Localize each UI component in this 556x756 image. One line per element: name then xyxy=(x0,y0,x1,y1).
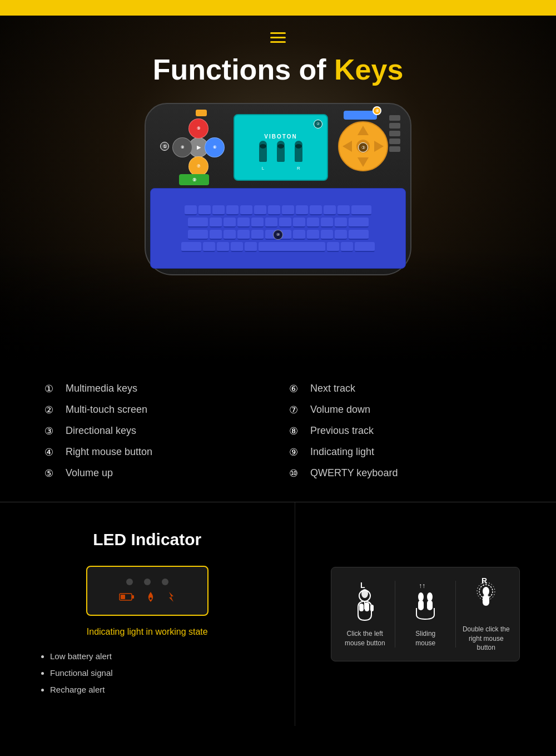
svg-point-18 xyxy=(418,592,424,601)
key-shift-left xyxy=(181,242,201,252)
num-badge-1: ① xyxy=(160,142,169,151)
signal-icon xyxy=(146,591,156,603)
key-minus xyxy=(337,205,350,215)
func-item-6: ⑥ Next track xyxy=(289,383,512,395)
key-p xyxy=(335,218,347,228)
vol-up-button: ⑤ xyxy=(188,118,209,139)
key-alt xyxy=(341,242,353,252)
svg-rect-8 xyxy=(121,595,125,599)
func-label-3: Directional keys xyxy=(66,425,136,437)
charge-icon xyxy=(167,591,176,603)
hamburger-menu[interactable] xyxy=(270,32,286,43)
key-semicolon xyxy=(335,230,347,240)
functions-left: ① Multimedia keys ② Multi-touch screen ③… xyxy=(44,383,267,480)
functions-right: ⑥ Next track ⑦ Volume down ⑧ Previous tr… xyxy=(289,383,512,480)
svg-rect-13 xyxy=(359,604,364,611)
func-item-1: ① Multimedia keys xyxy=(44,383,267,395)
func-item-4: ④ Right mouse button xyxy=(44,446,267,458)
multimedia-cluster: ① ▶ ⑤ ⑥ ⑦ xyxy=(168,114,229,181)
indicating-light-button: ⑨ xyxy=(179,174,209,185)
finger-icons: L R xyxy=(259,144,302,162)
prev-track-button: ⑧ xyxy=(172,137,192,157)
func-item-7: ⑦ Volume down xyxy=(289,404,512,416)
key-o xyxy=(321,218,333,228)
led-item-3: Recharge alert xyxy=(50,681,261,698)
key-backspace xyxy=(351,205,371,215)
key-tab xyxy=(188,218,208,228)
func-label-1: Multimedia keys xyxy=(66,383,137,394)
brand-label: VIBOTON xyxy=(264,134,297,140)
led-item-2: Functional signal xyxy=(50,665,261,681)
gesture-right-click: R Double click theright mouse button xyxy=(461,576,510,653)
key-w xyxy=(224,218,236,228)
key-9 xyxy=(310,205,322,215)
svg-point-9 xyxy=(150,597,152,600)
key-7 xyxy=(282,205,294,215)
func-label-5: Volume up xyxy=(66,467,113,479)
directional-cluster: ③ xyxy=(338,121,388,174)
gesture-div-1 xyxy=(395,581,395,648)
key-1 xyxy=(198,205,211,215)
right-click-icon: R xyxy=(466,576,505,620)
func-item-2: ② Multi-touch screen xyxy=(44,404,267,416)
led-section: LED Indicator xyxy=(0,502,295,726)
func-num-2: ② xyxy=(44,404,60,416)
svg-text:R: R xyxy=(481,576,487,585)
led-indicator-box xyxy=(86,566,209,616)
key-6 xyxy=(268,205,280,215)
qwerty-keyboard: ⑩ xyxy=(150,188,406,269)
key-a xyxy=(210,230,222,240)
led-title: LED Indicator xyxy=(33,530,261,549)
func-label-7: Volume down xyxy=(310,404,370,416)
hero-section: Functions of Keys ④ xyxy=(0,16,556,360)
key-shift-right xyxy=(355,242,375,252)
vol-down-button: ⑦ xyxy=(188,156,209,176)
key-0 xyxy=(324,205,336,215)
func-num-3: ③ xyxy=(44,425,60,437)
led-dot-1 xyxy=(126,579,133,585)
key-3 xyxy=(226,205,239,215)
func-label-9: Indicating light xyxy=(310,446,374,458)
key-2 xyxy=(212,205,225,215)
func-label-4: Right mouse button xyxy=(66,446,152,458)
key-e xyxy=(237,218,250,228)
slide-icon: ↑↑ xyxy=(406,580,445,625)
led-dot-2 xyxy=(144,579,151,585)
svg-rect-15 xyxy=(370,605,374,611)
func-num-5: ⑤ xyxy=(44,467,60,480)
svg-text:↑↑: ↑↑ xyxy=(419,582,425,590)
func-num-6: ⑥ xyxy=(289,383,305,395)
key-f xyxy=(251,230,264,240)
key-space xyxy=(259,242,325,252)
func-label-10: QWERTY keyboard xyxy=(310,467,398,479)
keyboard-illustration: ④ ① ▶ xyxy=(139,97,417,286)
func-num-9: ⑨ xyxy=(289,446,305,458)
func-item-8: ⑧ Previous track xyxy=(289,425,512,437)
svg-point-23 xyxy=(483,587,489,596)
gesture-box: L Click the leftmouse button xyxy=(331,567,520,661)
key-x xyxy=(217,242,229,252)
next-track-button: ⑥ xyxy=(205,137,225,157)
gesture-left-click: L Click the leftmouse button xyxy=(340,580,389,648)
key-5 xyxy=(254,205,266,215)
finger-center xyxy=(277,144,285,162)
svg-rect-19 xyxy=(418,600,424,610)
led-icons-row xyxy=(119,591,176,603)
func-num-10: ⑩ xyxy=(289,467,305,480)
func-num-7: ⑦ xyxy=(289,404,305,416)
func-num-8: ⑧ xyxy=(289,425,305,437)
key-j xyxy=(293,230,305,240)
key-s xyxy=(224,230,236,240)
key-c xyxy=(231,242,243,252)
key-v xyxy=(245,242,257,252)
keyboard-top-row: ① ▶ ⑤ ⑥ ⑦ xyxy=(150,108,406,186)
finger-right: R xyxy=(295,144,302,162)
key-enter2 xyxy=(349,230,369,240)
led-dots xyxy=(126,579,168,585)
svg-rect-14 xyxy=(365,602,369,611)
func-item-10: ⑩ QWERTY keyboard xyxy=(289,467,512,480)
func-label-8: Previous track xyxy=(310,425,374,437)
key-enter xyxy=(349,218,369,228)
svg-text:L: L xyxy=(360,581,365,590)
svg-rect-7 xyxy=(132,595,134,599)
